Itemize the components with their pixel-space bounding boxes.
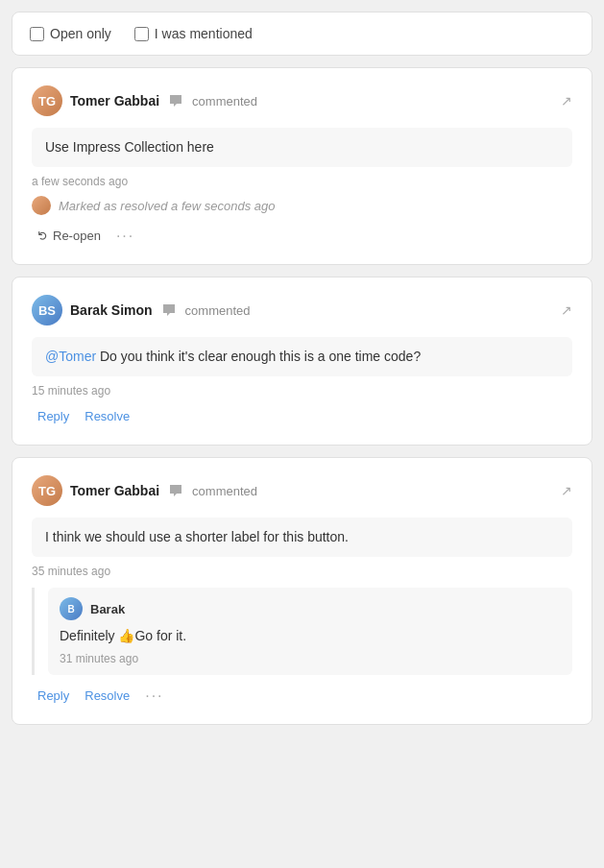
comment-body-1: Use Impress Collection here	[32, 128, 572, 167]
comment-body-2: @Tomer Do you think it's clear enough th…	[32, 337, 572, 376]
more-button-1[interactable]: ···	[110, 227, 140, 246]
avatar-barak-2: BS	[32, 295, 62, 326]
action-label-1: commented	[192, 94, 257, 108]
external-link-icon-3[interactable]: ↗	[561, 484, 572, 497]
open-only-checkbox[interactable]	[30, 27, 44, 41]
author-name-2: Barak Simon	[70, 302, 153, 318]
comment-header-1: TG Tomer Gabbai commented ↗	[32, 85, 572, 116]
comment-time-2: 15 minutes ago	[32, 384, 572, 398]
reply-label-2: Reply	[37, 409, 69, 423]
resolved-text-1: Marked as resolved a few seconds ago	[59, 199, 275, 213]
resolve-button-2[interactable]: Resolve	[79, 405, 135, 427]
comment-time-1: a few seconds ago	[32, 175, 572, 188]
comment-icon-1	[167, 92, 184, 109]
external-link-icon-2[interactable]: ↗	[561, 303, 572, 317]
reply-avatar-3-0: B	[60, 597, 83, 620]
reply-item-3-0: B Barak Definitely 👍Go for it. 31 minute…	[48, 588, 572, 675]
comment-time-3: 35 minutes ago	[32, 565, 572, 578]
resolve-label-3: Resolve	[85, 688, 130, 703]
more-button-3[interactable]: ···	[139, 687, 169, 706]
reply-time-3-0: 31 minutes ago	[60, 652, 561, 665]
reply-header-3-0: B Barak	[60, 597, 561, 620]
reply-author-3-0: Barak	[90, 602, 125, 616]
mentioned-label: I was mentioned	[155, 26, 253, 41]
external-link-icon-1[interactable]: ↗	[561, 94, 572, 108]
reopen-label-1: Re-open	[53, 229, 101, 243]
comment-header-left-3: TG Tomer Gabbai commented	[32, 475, 257, 506]
mentioned-checkbox[interactable]	[134, 27, 149, 41]
filter-bar: Open only I was mentioned	[12, 12, 592, 56]
comment-card-3: TG Tomer Gabbai commented ↗ I think we s…	[12, 457, 592, 725]
reply-label-3: Reply	[37, 688, 69, 703]
comment-text-3: I think we should use a shorter label fo…	[45, 529, 349, 544]
resolved-avatar-1	[32, 196, 51, 215]
reopen-icon-1: ↺	[36, 230, 50, 241]
action-row-3: Reply Resolve ···	[32, 685, 572, 707]
open-only-label: Open only	[50, 26, 111, 41]
comment-header-left-1: TG Tomer Gabbai commented	[32, 85, 257, 116]
reply-thread-3: B Barak Definitely 👍Go for it. 31 minute…	[32, 588, 572, 675]
comment-text-2: Do you think it's clear enough this is a…	[96, 349, 421, 364]
comment-card-2: BS Barak Simon commented ↗ @Tomer Do you…	[12, 277, 592, 446]
reply-button-3[interactable]: Reply	[32, 685, 75, 707]
comment-body-3: I think we should use a shorter label fo…	[32, 518, 572, 557]
author-name-1: Tomer Gabbai	[70, 93, 159, 108]
comment-text-1: Use Impress Collection here	[45, 139, 214, 155]
action-row-1: ↺ Re-open ···	[32, 225, 572, 247]
resolved-row-1: Marked as resolved a few seconds ago	[32, 196, 572, 215]
open-only-filter[interactable]: Open only	[30, 26, 111, 41]
reply-button-2[interactable]: Reply	[32, 405, 75, 427]
comment-header-left-2: BS Barak Simon commented	[32, 295, 251, 326]
comment-icon-3	[167, 482, 184, 499]
reply-text-3-0: Definitely 👍Go for it.	[60, 626, 561, 646]
action-row-2: Reply Resolve	[32, 405, 572, 427]
comment-card-1: TG Tomer Gabbai commented ↗ Use Impress …	[12, 67, 592, 265]
resolve-button-3[interactable]: Resolve	[79, 685, 135, 707]
comment-header-3: TG Tomer Gabbai commented ↗	[32, 475, 572, 506]
action-label-3: commented	[192, 484, 257, 498]
avatar-tomer-3: TG	[32, 475, 62, 506]
action-label-2: commented	[185, 303, 251, 318]
comment-icon-2	[160, 301, 178, 319]
comment-header-2: BS Barak Simon commented ↗	[32, 295, 572, 326]
mentioned-filter[interactable]: I was mentioned	[134, 26, 253, 41]
reopen-button-1[interactable]: ↺ Re-open	[32, 225, 107, 247]
mention-2: @Tomer	[45, 349, 96, 364]
resolve-label-2: Resolve	[85, 409, 130, 423]
avatar-tomer-1: TG	[32, 85, 62, 116]
author-name-3: Tomer Gabbai	[70, 483, 159, 498]
